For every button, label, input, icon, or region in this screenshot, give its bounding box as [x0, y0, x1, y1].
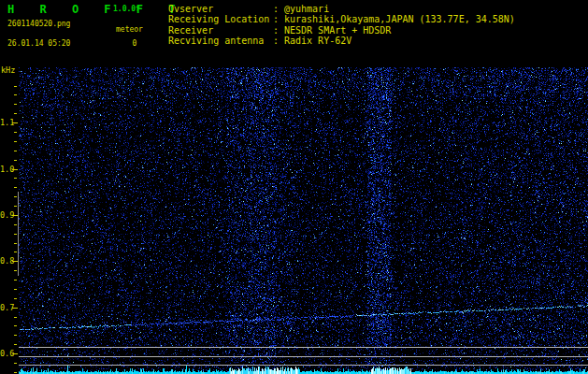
y-minor-tick	[14, 178, 17, 179]
y-minor-tick	[14, 325, 17, 326]
spectrogram-canvas	[19, 67, 588, 374]
hrofft-window: H R O F F T 1.0.0f 2601140520.png meteor…	[0, 0, 588, 374]
y-minor-tick	[14, 344, 17, 345]
y-minor-tick	[14, 113, 17, 114]
info-label: Receiver	[168, 25, 273, 36]
y-minor-tick	[14, 363, 17, 364]
y-minor-tick	[14, 372, 17, 373]
station-info-row: Recviving antenna:Radix RY-62V	[168, 36, 515, 46]
info-separator: :	[273, 4, 284, 14]
y-minor-tick	[14, 196, 17, 197]
station-info-row: Ovserver:@yuhmari	[168, 4, 515, 14]
meteor-count-value: 0	[129, 39, 140, 48]
scale-bar	[18, 192, 19, 276]
frequency-axis-unit: kHz	[1, 65, 15, 75]
y-minor-tick	[14, 280, 17, 280]
station-info-row: Receiving Location:kurashiki,Okayama,JAP…	[168, 14, 515, 24]
meteor-count-label: meteor	[116, 25, 143, 34]
y-minor-tick	[14, 141, 17, 142]
y-minor-tick	[14, 104, 17, 105]
y-minor-tick	[14, 86, 17, 87]
y-minor-tick	[14, 298, 17, 299]
y-minor-tick	[14, 289, 17, 290]
info-separator: :	[273, 25, 284, 36]
info-label: Receiving Location	[168, 14, 273, 24]
station-info-row: Receiver:NESDR SMArt + HDSDR	[168, 25, 515, 36]
y-tick-label: 0.7	[0, 303, 12, 312]
y-tick-label: 1.0	[0, 165, 12, 174]
y-minor-tick	[14, 187, 17, 188]
y-minor-tick	[14, 335, 17, 336]
y-tick-label: 1.1	[0, 118, 12, 127]
info-value: Radix RY-62V	[284, 36, 351, 46]
y-minor-tick	[14, 317, 17, 318]
y-tick-label: 0.8	[0, 256, 12, 266]
info-label: Ovserver	[168, 4, 273, 14]
y-minor-tick	[14, 270, 17, 271]
info-separator: :	[273, 14, 284, 24]
app-version: 1.0.0f	[113, 5, 140, 13]
y-minor-tick	[14, 132, 17, 133]
y-minor-tick	[14, 151, 17, 151]
output-filename: 2601140520.png	[7, 20, 70, 28]
y-minor-tick	[14, 160, 17, 161]
info-value: NESDR SMArt + HDSDR	[284, 25, 391, 36]
y-minor-tick	[14, 224, 17, 225]
y-minor-tick	[14, 243, 17, 244]
y-tick-label: 0.9	[0, 210, 12, 220]
y-minor-tick	[14, 206, 17, 207]
y-minor-tick	[14, 252, 17, 252]
info-value: @yuhmari	[284, 4, 329, 14]
y-tick-label: 0.6	[0, 349, 12, 358]
info-value: kurashiki,Okayama,JAPAN (133.77E, 34.58N…	[284, 14, 515, 24]
record-datetime: 26.01.14 05:20	[7, 39, 70, 48]
app-title: H R O F F T	[7, 3, 184, 16]
station-info: Ovserver:@yuhmariReceiving Location:kura…	[168, 4, 515, 47]
y-minor-tick	[14, 94, 17, 95]
info-separator: :	[273, 36, 284, 46]
info-label: Recviving antenna	[168, 36, 273, 46]
y-minor-tick	[14, 234, 17, 235]
